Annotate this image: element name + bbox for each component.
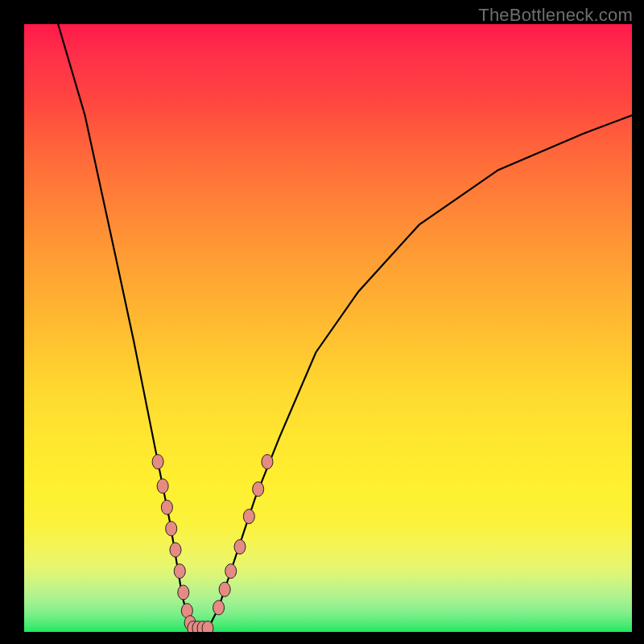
- marker-right-branch-markers: [253, 482, 264, 497]
- plot-area: [24, 24, 632, 632]
- marker-left-branch-markers: [170, 543, 181, 557]
- marker-bottom-markers: [202, 621, 213, 632]
- curve-left-branch: [55, 24, 195, 632]
- marker-left-branch-markers: [178, 585, 189, 600]
- watermark-text: TheBottleneck.com: [478, 5, 633, 26]
- marker-right-branch-markers: [262, 455, 273, 469]
- marker-left-branch-markers: [166, 522, 177, 536]
- marker-left-branch-markers: [174, 564, 185, 579]
- marker-right-branch-markers: [219, 582, 230, 597]
- chart-svg: [24, 24, 632, 632]
- marker-right-branch-markers: [225, 564, 237, 579]
- marker-left-branch-markers: [161, 500, 172, 514]
- curve-right-branch: [207, 115, 633, 632]
- chart-frame: TheBottleneck.com: [0, 0, 644, 644]
- marker-right-branch-markers: [213, 601, 225, 615]
- marker-right-branch-markers: [234, 539, 246, 554]
- marker-left-branch-markers: [152, 455, 163, 469]
- marker-left-branch-markers: [157, 479, 168, 493]
- marker-right-branch-markers: [243, 510, 254, 524]
